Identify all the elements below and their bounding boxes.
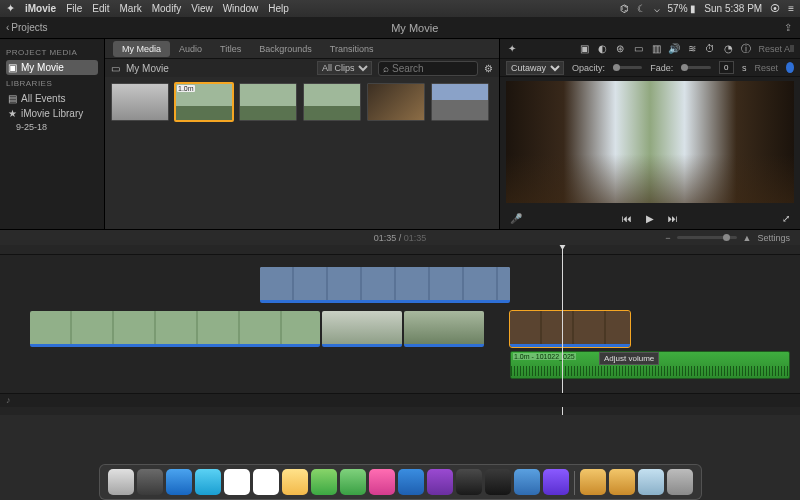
media-clip-4[interactable] <box>303 83 361 121</box>
color-correct-icon[interactable]: ⊛ <box>614 43 626 55</box>
dock-safari[interactable] <box>166 469 192 495</box>
status-battery[interactable]: 57% ▮ <box>668 3 697 14</box>
dock-terminal[interactable] <box>456 469 482 495</box>
apply-check-icon[interactable] <box>786 62 794 73</box>
tab-audio[interactable]: Audio <box>170 41 211 57</box>
sidebar-item-project[interactable]: ▣ My Movie <box>6 60 98 75</box>
dock-word[interactable] <box>514 469 540 495</box>
background-music-well[interactable]: ♪ <box>0 393 800 407</box>
enhance-icon[interactable]: ✦ <box>506 43 518 55</box>
tab-my-media[interactable]: My Media <box>113 41 170 57</box>
dock-facetime[interactable] <box>340 469 366 495</box>
clips-filter-select[interactable]: All Clips <box>317 61 372 75</box>
status-cloud-icon[interactable]: ⌬ <box>620 3 629 14</box>
timeline-clip-main-1[interactable] <box>30 311 320 347</box>
dock <box>99 464 702 500</box>
timeline-settings-button[interactable]: Settings <box>757 233 790 243</box>
timeline-clip-main-2[interactable] <box>322 311 402 347</box>
dock-imovie[interactable] <box>543 469 569 495</box>
media-clip-1[interactable] <box>111 83 169 121</box>
dock-podcasts[interactable] <box>427 469 453 495</box>
voiceover-icon[interactable]: 🎤 <box>510 213 522 224</box>
browser-settings-icon[interactable]: ⚙ <box>484 63 493 74</box>
status-clock[interactable]: Sun 5:38 PM <box>704 3 762 14</box>
sidebar-item-label: All Events <box>21 93 65 104</box>
dock-xcode[interactable] <box>485 469 511 495</box>
timeline[interactable]: 1.0m - 101022_025 Adjust volume ♪ <box>0 245 800 415</box>
media-clip-3[interactable] <box>239 83 297 121</box>
noise-icon[interactable]: ≋ <box>686 43 698 55</box>
search-field[interactable]: ⌕ Search <box>378 61 478 76</box>
dock-reminders[interactable] <box>282 469 308 495</box>
menu-help[interactable]: Help <box>268 3 289 14</box>
dock-music[interactable] <box>369 469 395 495</box>
dock-appstore[interactable] <box>398 469 424 495</box>
timeline-audio-clip[interactable]: 1.0m - 101022_025 Adjust volume <box>510 351 790 379</box>
dock-calendar[interactable] <box>224 469 250 495</box>
dock-finder[interactable] <box>108 469 134 495</box>
overlay-icon[interactable]: ▣ <box>578 43 590 55</box>
timeline-clip-main-3[interactable] <box>404 311 484 347</box>
audio-tooltip: Adjust volume <box>599 352 659 365</box>
overlay-mode-select[interactable]: Cutaway <box>506 61 564 75</box>
filter-icon[interactable]: ◔ <box>722 43 734 55</box>
media-clip-6[interactable] <box>431 83 489 121</box>
tab-titles[interactable]: Titles <box>211 41 250 57</box>
menu-view[interactable]: View <box>191 3 213 14</box>
info-icon[interactable]: ⓘ <box>740 43 752 55</box>
zoom-in-icon[interactable]: ▲ <box>743 233 752 243</box>
prev-frame-button[interactable]: ⏮ <box>622 213 632 224</box>
speed-icon[interactable]: ⏱ <box>704 43 716 55</box>
dock-notes[interactable] <box>253 469 279 495</box>
dock-folder-1[interactable] <box>580 469 606 495</box>
fade-slider[interactable] <box>681 66 710 69</box>
media-clip-5[interactable] <box>367 83 425 121</box>
crop-icon[interactable]: ▭ <box>632 43 644 55</box>
browser-tabs: My Media Audio Titles Backgrounds Transi… <box>105 39 499 59</box>
overlay-reset-button[interactable]: Reset <box>754 63 778 73</box>
timeline-clip-cutaway[interactable] <box>260 267 510 303</box>
app-menu[interactable]: iMovie <box>25 3 56 14</box>
status-dnd-icon[interactable]: ☾ <box>637 3 646 14</box>
dock-trash[interactable] <box>667 469 693 495</box>
dock-systemprefs[interactable] <box>137 469 163 495</box>
dock-folder-2[interactable] <box>609 469 635 495</box>
volume-icon[interactable]: 🔊 <box>668 43 680 55</box>
sidebar-item-library[interactable]: ★ iMovie Library <box>6 106 98 121</box>
menu-file[interactable]: File <box>66 3 82 14</box>
back-to-projects-button[interactable]: ‹ Projects <box>0 22 53 33</box>
menu-window[interactable]: Window <box>223 3 259 14</box>
share-button[interactable]: ⇪ <box>776 22 800 33</box>
media-clip-2[interactable]: 1.0m <box>175 83 233 121</box>
reset-all-button[interactable]: Reset All <box>758 44 794 54</box>
zoom-slider[interactable] <box>677 236 737 239</box>
sidebar-item-event[interactable]: 9-25-18 <box>16 121 98 133</box>
menu-mark[interactable]: Mark <box>119 3 141 14</box>
zoom-out-icon[interactable]: − <box>665 233 670 243</box>
color-balance-icon[interactable]: ◐ <box>596 43 608 55</box>
sidebar-item-all-events[interactable]: ▤ All Events <box>6 91 98 106</box>
status-spotlight-icon[interactable]: ⦿ <box>770 3 780 14</box>
tab-transitions[interactable]: Transitions <box>321 41 383 57</box>
menu-modify[interactable]: Modify <box>152 3 181 14</box>
browser-location[interactable]: My Movie <box>126 63 169 74</box>
play-button[interactable]: ▶ <box>646 213 654 224</box>
status-notifications-icon[interactable]: ≡ <box>788 3 794 14</box>
timeline-clip-main-4[interactable] <box>510 311 630 347</box>
filmstrip-toggle-icon[interactable]: ▭ <box>111 63 120 74</box>
playhead[interactable] <box>562 245 563 415</box>
menu-edit[interactable]: Edit <box>92 3 109 14</box>
tab-backgrounds[interactable]: Backgrounds <box>250 41 321 57</box>
dock-messages[interactable] <box>311 469 337 495</box>
fade-value[interactable]: 0 <box>719 61 734 74</box>
apple-menu[interactable]: ✦ <box>6 2 15 15</box>
next-frame-button[interactable]: ⏭ <box>668 213 678 224</box>
fullscreen-icon[interactable]: ⤢ <box>782 213 790 224</box>
dock-downloads[interactable] <box>638 469 664 495</box>
timeline-ruler[interactable] <box>0 245 800 255</box>
preview-viewer[interactable] <box>506 81 794 203</box>
dock-mail[interactable] <box>195 469 221 495</box>
stabilize-icon[interactable]: ▥ <box>650 43 662 55</box>
opacity-slider[interactable] <box>613 66 642 69</box>
status-wifi-icon[interactable]: ⌵ <box>654 3 660 14</box>
